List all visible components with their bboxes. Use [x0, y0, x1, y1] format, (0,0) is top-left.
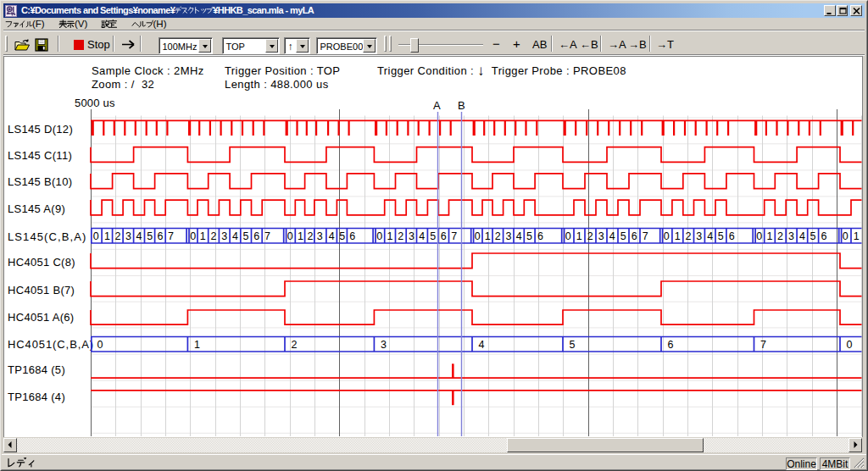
svg-text:3: 3 — [409, 230, 415, 242]
svg-text:2: 2 — [686, 230, 692, 242]
svg-text:5: 5 — [810, 230, 816, 242]
svg-text:7: 7 — [264, 230, 270, 242]
svg-text:0: 0 — [843, 230, 849, 242]
svg-text:3: 3 — [505, 230, 511, 242]
svg-text:6: 6 — [253, 230, 259, 242]
svg-text:3: 3 — [598, 230, 604, 242]
svg-text:4: 4 — [419, 230, 425, 242]
svg-text:4: 4 — [707, 230, 713, 242]
svg-text:3: 3 — [317, 230, 323, 242]
svg-text:7: 7 — [168, 230, 174, 242]
svg-text:0: 0 — [756, 230, 762, 242]
svg-text:4: 4 — [329, 230, 335, 242]
svg-text:0: 0 — [664, 230, 670, 242]
svg-text:1: 1 — [576, 230, 582, 242]
svg-text:4: 4 — [136, 230, 142, 242]
svg-text:7: 7 — [643, 230, 648, 242]
svg-text:0: 0 — [190, 230, 196, 242]
svg-text:6: 6 — [349, 230, 355, 242]
svg-text:1: 1 — [387, 230, 393, 242]
svg-text:7: 7 — [760, 339, 766, 351]
svg-text:0: 0 — [376, 230, 382, 242]
svg-text:5: 5 — [526, 230, 532, 242]
svg-text:1: 1 — [200, 230, 206, 242]
svg-text:7: 7 — [451, 230, 457, 242]
svg-text:0: 0 — [565, 230, 571, 242]
svg-text:6: 6 — [821, 230, 826, 242]
svg-text:2: 2 — [777, 230, 783, 242]
svg-text:5: 5 — [147, 230, 153, 242]
svg-text:4: 4 — [516, 230, 522, 242]
svg-text:0: 0 — [97, 339, 103, 351]
svg-text:0: 0 — [287, 230, 293, 242]
svg-text:3: 3 — [696, 230, 702, 242]
svg-text:5: 5 — [339, 230, 345, 242]
svg-text:3: 3 — [788, 230, 794, 242]
svg-text:2: 2 — [211, 230, 217, 242]
svg-text:1: 1 — [675, 230, 681, 242]
svg-text:1: 1 — [767, 230, 773, 242]
svg-text:5: 5 — [430, 230, 436, 242]
svg-text:2: 2 — [587, 230, 593, 242]
svg-text:1: 1 — [854, 230, 860, 242]
svg-text:1: 1 — [194, 339, 200, 351]
svg-text:5: 5 — [620, 230, 626, 242]
svg-text:0: 0 — [847, 339, 853, 351]
svg-text:6: 6 — [537, 230, 543, 242]
svg-text:1: 1 — [104, 230, 110, 242]
svg-text:3: 3 — [125, 230, 131, 242]
svg-text:6: 6 — [668, 339, 674, 351]
svg-text:6: 6 — [729, 230, 735, 242]
svg-text:1: 1 — [298, 230, 303, 242]
svg-text:3: 3 — [381, 339, 387, 351]
svg-text:6: 6 — [157, 230, 163, 242]
svg-text:5: 5 — [718, 230, 724, 242]
svg-text:2: 2 — [398, 230, 403, 242]
svg-text:2: 2 — [114, 230, 120, 242]
svg-text:6: 6 — [632, 230, 637, 242]
svg-text:5: 5 — [243, 230, 249, 242]
svg-text:2: 2 — [307, 230, 313, 242]
svg-text:5: 5 — [570, 339, 576, 351]
svg-text:3: 3 — [221, 230, 227, 242]
svg-text:4: 4 — [479, 339, 485, 351]
svg-text:4: 4 — [609, 230, 615, 242]
svg-text:4: 4 — [232, 230, 238, 242]
svg-text:4: 4 — [799, 230, 805, 242]
svg-text:2: 2 — [495, 230, 501, 242]
svg-text:2: 2 — [292, 339, 298, 351]
svg-text:0: 0 — [93, 230, 99, 242]
svg-text:0: 0 — [475, 230, 481, 242]
svg-text:1: 1 — [485, 230, 491, 242]
svg-text:6: 6 — [441, 230, 447, 242]
